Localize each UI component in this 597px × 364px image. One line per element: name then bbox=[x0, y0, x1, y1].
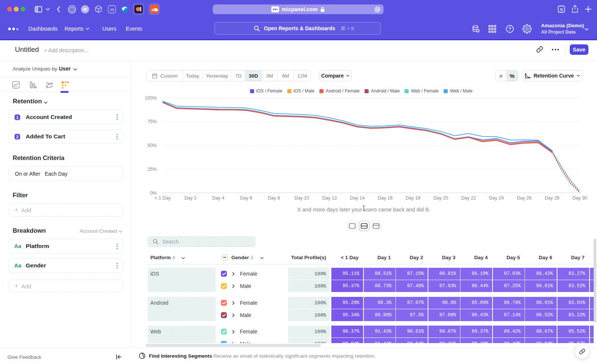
svg-text:Day 26: Day 26 bbox=[517, 195, 532, 201]
svg-text:Day 2: Day 2 bbox=[184, 195, 197, 201]
svg-text:0%: 0% bbox=[150, 191, 157, 196]
svg-text:Day 22: Day 22 bbox=[461, 195, 476, 201]
svg-text:75%: 75% bbox=[147, 119, 157, 124]
svg-text:Day 12: Day 12 bbox=[322, 195, 337, 201]
svg-text:Day 28: Day 28 bbox=[545, 195, 560, 201]
svg-text:50%: 50% bbox=[147, 143, 157, 148]
svg-text:JS: JS bbox=[110, 8, 114, 12]
svg-text:Day 8: Day 8 bbox=[268, 195, 280, 201]
svg-text:Day 24: Day 24 bbox=[489, 195, 504, 201]
svg-text:Day 10: Day 10 bbox=[294, 195, 309, 201]
svg-text:25%: 25% bbox=[147, 167, 157, 172]
svg-text:Day 18: Day 18 bbox=[406, 195, 421, 201]
svg-text:Day 4: Day 4 bbox=[212, 195, 225, 201]
svg-text:100%: 100% bbox=[145, 95, 157, 101]
svg-text:Day 14: Day 14 bbox=[350, 195, 365, 201]
svg-text:N: N bbox=[560, 7, 563, 12]
svg-text:Day 20: Day 20 bbox=[433, 195, 448, 201]
svg-text:< 1 Day: < 1 Day bbox=[154, 195, 171, 201]
svg-text:Day 16: Day 16 bbox=[378, 195, 393, 201]
svg-text:Day 6: Day 6 bbox=[240, 195, 252, 201]
svg-text:?: ? bbox=[509, 26, 511, 32]
svg-text:Day 30: Day 30 bbox=[572, 195, 587, 201]
